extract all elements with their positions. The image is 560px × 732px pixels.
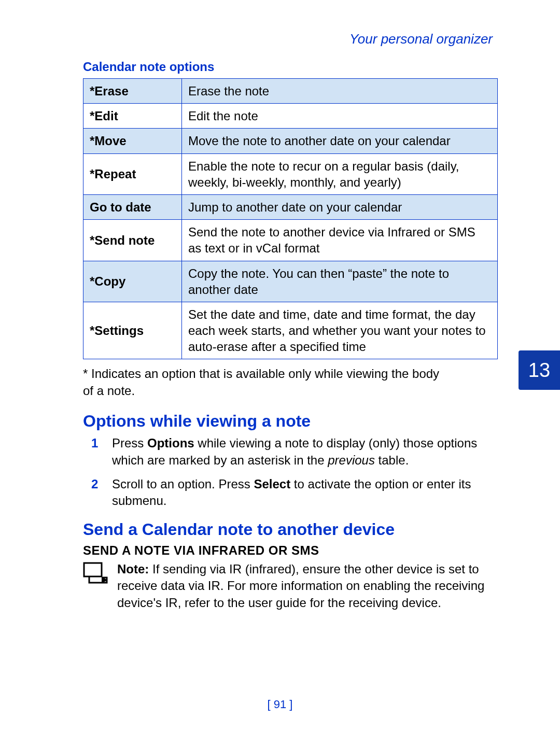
option-name: *Move bbox=[83, 129, 182, 153]
table-row: *Send note Send the note to another devi… bbox=[83, 220, 498, 261]
option-name: *Settings bbox=[83, 302, 182, 359]
heading-options-while-viewing: Options while viewing a note bbox=[83, 412, 498, 431]
option-description: Jump to another date on your calendar bbox=[182, 194, 498, 219]
svg-rect-0 bbox=[84, 563, 102, 576]
note-text: Note: If sending via IR (infrared), ensu… bbox=[117, 561, 498, 611]
table-footnote: * Indicates an option that is available … bbox=[83, 365, 446, 399]
table-row: *Settings Set the date and time, date an… bbox=[83, 302, 498, 359]
option-name: *Send note bbox=[83, 220, 182, 261]
option-name: *Copy bbox=[83, 261, 182, 302]
option-description: Enable the note to recur on a regular ba… bbox=[182, 153, 498, 194]
step-keyword: Options bbox=[147, 436, 194, 450]
table-row: *Copy Copy the note. You can then “paste… bbox=[83, 261, 498, 302]
subheading-send-via-ir-or-sms: SEND A NOTE VIA INFRARED OR SMS bbox=[83, 543, 498, 558]
table-row: *Move Move the note to another date on y… bbox=[83, 129, 498, 153]
step-text: Press bbox=[112, 436, 147, 450]
step-text: Scroll to an option. Press bbox=[112, 477, 254, 491]
header-category: Your personal organizer bbox=[83, 31, 493, 47]
page-number: [ 91 ] bbox=[0, 698, 560, 711]
step-item: Press Options while viewing a note to di… bbox=[83, 435, 498, 469]
chapter-number-tab: 13 bbox=[519, 350, 560, 390]
heading-send-calendar-note: Send a Calendar note to another device bbox=[83, 520, 498, 539]
option-description: Move the note to another date on your ca… bbox=[182, 129, 498, 153]
table-row: *Edit Edit the note bbox=[83, 104, 498, 129]
table-caption: Calendar note options bbox=[83, 60, 498, 74]
option-description: Set the date and time, date and time for… bbox=[182, 302, 498, 359]
table-row: *Repeat Enable the note to recur on a re… bbox=[83, 153, 498, 194]
option-name: *Repeat bbox=[83, 153, 182, 194]
option-description: Erase the note bbox=[182, 79, 498, 104]
option-description: Copy the note. You can then “paste” the … bbox=[182, 261, 498, 302]
step-text: table. bbox=[375, 453, 409, 467]
calendar-note-options-table: *Erase Erase the note *Edit Edit the not… bbox=[83, 78, 498, 359]
steps-list: Press Options while viewing a note to di… bbox=[83, 435, 498, 510]
table-row: *Erase Erase the note bbox=[83, 79, 498, 104]
manual-page: Your personal organizer Calendar note op… bbox=[0, 0, 560, 732]
note-icon bbox=[83, 562, 108, 588]
table-row: Go to date Jump to another date on your … bbox=[83, 194, 498, 219]
option-description: Edit the note bbox=[182, 104, 498, 129]
table-body: *Erase Erase the note *Edit Edit the not… bbox=[83, 79, 498, 359]
step-item: Scroll to an option. Press Select to act… bbox=[83, 476, 498, 510]
note-label: Note: bbox=[117, 562, 149, 576]
option-name: Go to date bbox=[83, 194, 182, 219]
option-name: *Edit bbox=[83, 104, 182, 129]
option-description: Send the note to another device via Infr… bbox=[182, 220, 498, 261]
note-body: If sending via IR (infrared), ensure the… bbox=[117, 562, 484, 610]
note-block: Note: If sending via IR (infrared), ensu… bbox=[83, 561, 498, 611]
option-name: *Erase bbox=[83, 79, 182, 104]
step-emphasis: previous bbox=[328, 453, 375, 467]
step-keyword: Select bbox=[254, 477, 290, 491]
